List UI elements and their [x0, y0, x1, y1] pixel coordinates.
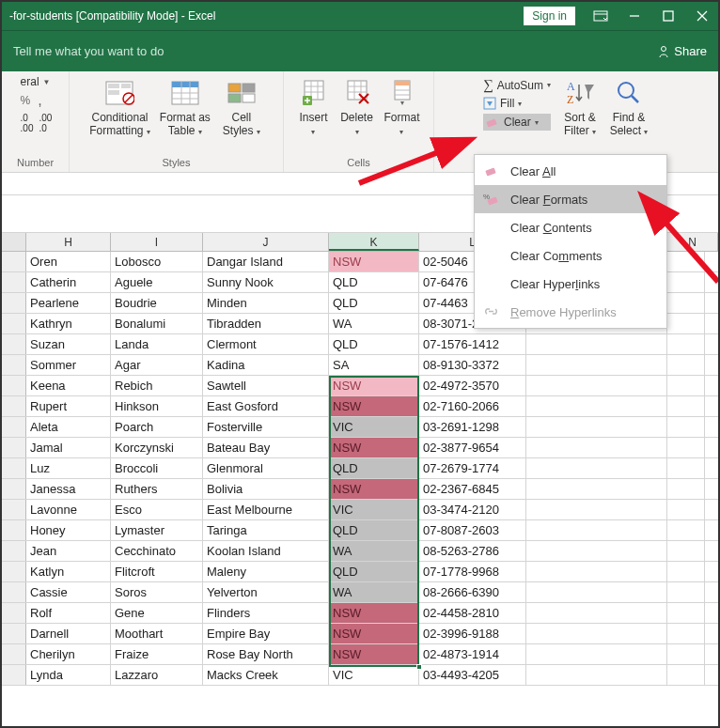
cell[interactable]: 07-1576-1412 — [419, 334, 526, 354]
cell[interactable]: 02-7160-2066 — [419, 396, 526, 416]
cell[interactable]: Darnell — [26, 624, 111, 643]
cell[interactable]: NSW — [329, 644, 419, 664]
cell[interactable]: Katlyn — [26, 562, 111, 581]
cell[interactable]: Bonalumi — [111, 314, 203, 333]
cell[interactable]: Janessa — [26, 479, 111, 499]
row-header[interactable] — [2, 417, 26, 437]
cell[interactable] — [526, 500, 667, 519]
row-header[interactable] — [2, 520, 26, 540]
cell[interactable]: 07-1778-9968 — [419, 562, 526, 581]
cell[interactable]: 02-4458-2810 — [419, 603, 526, 623]
cell[interactable]: Soros — [111, 582, 203, 602]
row-header[interactable] — [2, 355, 26, 375]
cell[interactable]: Honey — [26, 520, 111, 540]
cell-styles-button[interactable]: Cell Styles ▾ — [216, 75, 267, 140]
cell[interactable]: 03-4493-4205 — [419, 665, 526, 685]
row-header[interactable] — [2, 314, 26, 333]
cell[interactable]: Cherilyn — [26, 644, 111, 664]
row-header[interactable] — [2, 500, 26, 519]
increase-decimal-icon[interactable]: .0.00 — [21, 113, 34, 133]
cell[interactable]: Moothart — [111, 624, 203, 643]
cell[interactable] — [526, 376, 667, 395]
row-header[interactable] — [2, 624, 26, 643]
cell[interactable]: VIC — [329, 500, 419, 519]
cell[interactable]: 02-4873-1914 — [419, 644, 526, 664]
insert-button[interactable]: Insert▾ — [293, 75, 335, 140]
cell[interactable] — [667, 644, 705, 664]
cell[interactable]: Flitcroft — [111, 562, 203, 581]
row-header[interactable] — [2, 665, 26, 685]
ribbon-display-options-icon[interactable] — [592, 8, 609, 24]
cell[interactable]: Cecchinato — [111, 541, 203, 561]
cell[interactable]: 07-8087-2603 — [419, 520, 526, 540]
cell[interactable]: NSW — [329, 396, 419, 416]
cell[interactable]: NSW — [329, 376, 419, 395]
row-header[interactable] — [2, 603, 26, 623]
cell[interactable]: Oren — [26, 252, 111, 271]
cell[interactable]: Yelverton — [203, 582, 329, 602]
fill-button[interactable]: Fill ▾ — [483, 97, 551, 110]
cell[interactable]: WA — [329, 541, 419, 561]
cell[interactable]: WA — [329, 314, 419, 333]
cell[interactable]: QLD — [329, 334, 419, 354]
row-header[interactable] — [2, 293, 26, 313]
cell[interactable]: Catherin — [26, 272, 111, 292]
cell[interactable]: Kadina — [203, 355, 329, 375]
cell[interactable]: East Gosford — [203, 396, 329, 416]
cell[interactable]: Korczynski — [111, 438, 203, 457]
cell[interactable] — [667, 479, 705, 499]
cell[interactable]: Poarch — [111, 417, 203, 437]
row-header[interactable] — [2, 582, 26, 602]
cell[interactable]: Aleta — [26, 417, 111, 437]
cell[interactable] — [526, 396, 667, 416]
row-header[interactable] — [2, 562, 26, 581]
cell[interactable]: QLD — [329, 562, 419, 581]
cell[interactable]: SA — [329, 355, 419, 375]
cell[interactable]: Luz — [26, 458, 111, 478]
cell[interactable] — [526, 603, 667, 623]
decrease-decimal-icon[interactable]: .00.0 — [39, 113, 53, 133]
cell[interactable] — [526, 541, 667, 561]
conditional-formatting-button[interactable]: Conditional Formatting ▾ — [86, 75, 154, 140]
cell[interactable] — [667, 500, 705, 519]
tell-me-input[interactable]: Tell me what you want to do — [13, 44, 164, 58]
autosum-button[interactable]: ∑ AutoSum ▾ — [483, 77, 551, 93]
cell[interactable]: 02-4972-3570 — [419, 376, 526, 395]
cell[interactable] — [526, 355, 667, 375]
cell[interactable]: Bolivia — [203, 479, 329, 499]
cell[interactable]: Jean — [26, 541, 111, 561]
share-button[interactable]: Share — [657, 44, 707, 58]
column-header-K[interactable]: K — [329, 233, 419, 251]
cell[interactable]: Cassie — [26, 582, 111, 602]
cell[interactable]: 08-5263-2786 — [419, 541, 526, 561]
close-button[interactable] — [694, 8, 711, 24]
row-header[interactable] — [2, 376, 26, 395]
cell[interactable]: NSW — [329, 252, 419, 271]
cell[interactable] — [526, 438, 667, 457]
row-header[interactable] — [2, 272, 26, 292]
cell[interactable]: Bateau Bay — [203, 438, 329, 457]
cell[interactable]: QLD — [329, 458, 419, 478]
cell[interactable] — [667, 396, 705, 416]
percent-icon[interactable]: % — [21, 94, 31, 107]
cell[interactable]: Rupert — [26, 396, 111, 416]
minimize-button[interactable] — [626, 8, 643, 24]
cell[interactable] — [526, 458, 667, 478]
cell[interactable]: East Melbourne — [203, 500, 329, 519]
cell[interactable]: Lobosco — [111, 252, 203, 271]
cell[interactable]: Koolan Island — [203, 541, 329, 561]
cell[interactable]: Rolf — [26, 603, 111, 623]
cell[interactable]: Keena — [26, 376, 111, 395]
cell[interactable]: VIC — [329, 665, 419, 685]
cell[interactable]: Tibradden — [203, 314, 329, 333]
cell[interactable]: Maleny — [203, 562, 329, 581]
cell[interactable]: 03-3474-2120 — [419, 500, 526, 519]
sort-filter-button[interactable]: AZ Sort & Filter ▾ — [556, 75, 603, 140]
cell[interactable] — [667, 520, 705, 540]
cell[interactable] — [526, 520, 667, 540]
cell[interactable]: NSW — [329, 624, 419, 643]
cell[interactable] — [526, 417, 667, 437]
cell[interactable] — [667, 417, 705, 437]
row-header[interactable] — [2, 644, 26, 664]
cell[interactable]: Hinkson — [111, 396, 203, 416]
